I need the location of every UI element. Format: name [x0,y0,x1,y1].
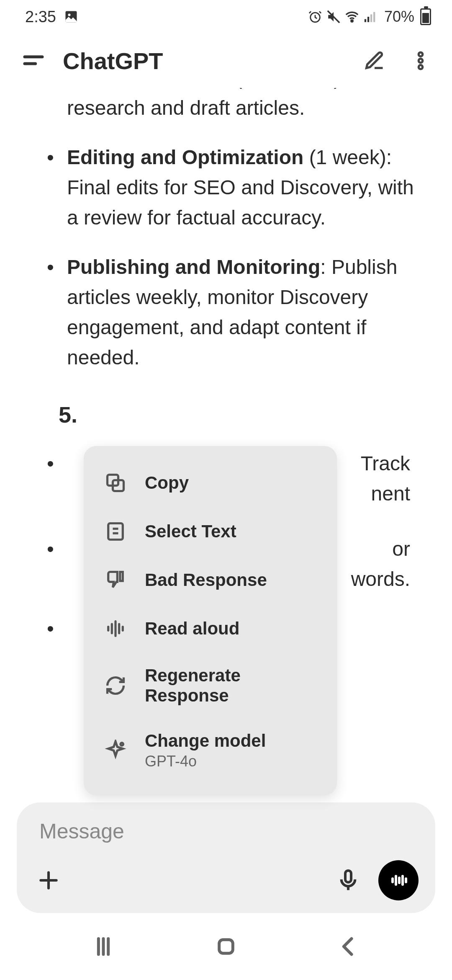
signal-icon [363,10,378,24]
bullet-bold: Content Creation [67,88,230,89]
menu-label: Change model [145,731,266,751]
alarm-icon [308,10,322,24]
thumbs-down-icon [104,568,127,592]
recents-button[interactable] [87,930,120,963]
copy-icon [104,471,127,495]
menu-label: Copy [145,473,189,493]
regenerate-icon [104,674,127,697]
back-button[interactable] [332,930,365,963]
bullet-text: (2-3 weeks): Writers research and draft … [67,88,415,119]
partial-text: nent [371,482,410,505]
home-button[interactable] [209,930,243,963]
svg-rect-7 [370,14,372,22]
svg-rect-37 [219,940,233,954]
list-item: Content Creation (2-3 weeks): Writers re… [67,88,427,123]
more-options-button[interactable] [406,46,435,75]
status-right: 70% [308,8,431,26]
menu-label: Bad Response [145,570,267,590]
svg-point-13 [419,65,423,69]
menu-select-text[interactable]: Select Text [84,507,337,556]
context-menu: Copy Select Text Bad Response Read aloud… [84,446,337,795]
new-chat-button[interactable] [360,46,389,75]
status-left: 2:35 [25,8,79,26]
wifi-icon [345,10,359,24]
status-bar: 2:35 70% [0,0,452,34]
svg-rect-16 [108,524,123,540]
battery-percent: 70% [384,8,414,26]
list-item: Editing and Optimization (1 week): Final… [67,142,427,233]
partial-text: words. [351,568,410,590]
svg-point-4 [351,20,353,22]
svg-point-11 [419,52,423,57]
sparkle-icon [104,739,127,762]
battery-icon [420,8,431,25]
menu-change-model[interactable]: Change model GPT-4o [84,718,337,783]
list-item: Publishing and Monitoring: Publish artic… [67,252,427,373]
app-header: ChatGPT [0,34,452,88]
voice-mode-button[interactable] [378,860,419,900]
menu-button[interactable] [21,48,46,73]
partial-text: Track [361,452,410,475]
menu-bad-response[interactable]: Bad Response [84,556,337,604]
bullet-bold: Editing and Optimization [67,146,303,168]
svg-rect-5 [365,19,366,22]
menu-sublabel: GPT-4o [145,753,266,770]
section-heading: 5. [59,398,427,432]
partial-text: or [392,538,410,560]
menu-label: Select Text [145,521,236,542]
message-input[interactable]: Message [33,819,419,843]
svg-rect-6 [367,17,369,22]
menu-read-aloud[interactable]: Read aloud [84,604,337,653]
svg-point-24 [121,743,123,746]
system-nav-bar [0,921,452,980]
svg-point-1 [68,14,70,16]
svg-point-12 [419,59,423,63]
status-time: 2:35 [25,8,56,26]
composer: Message [17,802,435,913]
menu-label: Read aloud [145,619,239,639]
attach-button[interactable] [33,865,64,895]
read-aloud-icon [104,617,127,640]
menu-label: Regenerate Response [145,665,317,706]
mute-icon [326,10,341,24]
menu-copy[interactable]: Copy [84,459,337,507]
menu-regenerate[interactable]: Regenerate Response [84,653,337,718]
image-icon [64,9,79,24]
svg-rect-8 [373,12,375,22]
mic-button[interactable] [333,865,363,895]
bullet-bold: Publishing and Monitoring [67,256,320,278]
svg-rect-27 [345,871,351,882]
app-title: ChatGPT [63,47,343,75]
select-text-icon [104,520,127,543]
